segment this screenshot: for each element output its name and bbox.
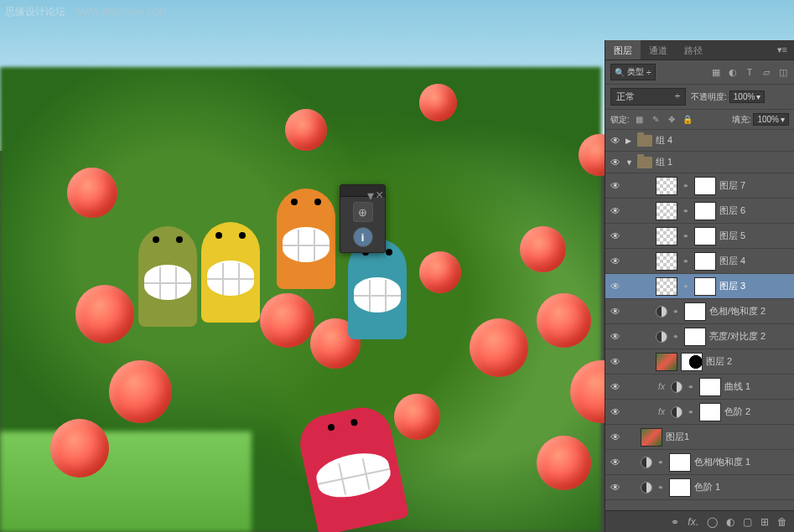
visibility-eye-icon[interactable]: 👁 [609, 406, 622, 418]
visibility-eye-icon[interactable]: 👁 [609, 180, 622, 192]
twisty-icon[interactable]: ▶ [625, 137, 634, 145]
layer-name-label[interactable]: 色相/饱和度 1 [694, 456, 791, 468]
link-icon[interactable]: ⚭ [671, 307, 681, 316]
layer-mask-thumb[interactable] [684, 328, 706, 346]
layer-name-label[interactable]: 色阶 1 [694, 481, 791, 493]
clone-source-panel[interactable]: ▾ × ⊕ i [340, 184, 386, 253]
layer-thumb[interactable] [656, 227, 677, 245]
link-icon[interactable]: ⚭ [686, 383, 696, 391]
visibility-eye-icon[interactable]: 👁 [609, 457, 622, 468]
visibility-eye-icon[interactable]: 👁 [609, 256, 622, 267]
visibility-eye-icon[interactable]: 👁 [609, 230, 622, 242]
layer-mask-thumb[interactable] [669, 453, 691, 472]
layer-row[interactable]: 👁fx⚭曲线 1 [605, 374, 794, 400]
layer-mask-thumb[interactable] [669, 478, 691, 497]
close-icon[interactable]: × [376, 188, 382, 194]
layer-group-row[interactable]: 👁▼组 1 [605, 152, 794, 173]
layer-mask-thumb[interactable] [681, 353, 703, 371]
tab-channels[interactable]: 通道 [641, 40, 676, 59]
layer-row[interactable]: 👁⚭图层 7 [605, 173, 794, 199]
layer-name-label[interactable]: 图层1 [666, 431, 791, 443]
layer-mask-thumb[interactable] [694, 177, 716, 195]
layer-row[interactable]: 👁图层 2 [605, 349, 794, 374]
link-icon[interactable]: ⚭ [681, 257, 691, 266]
visibility-eye-icon[interactable]: 👁 [609, 431, 622, 443]
visibility-eye-icon[interactable]: 👁 [609, 331, 622, 343]
layer-mask-thumb[interactable] [699, 403, 721, 421]
layer-thumb[interactable] [656, 252, 677, 271]
layer-mask-thumb[interactable] [699, 378, 721, 396]
layer-name-label[interactable]: 图层 3 [719, 280, 791, 292]
visibility-eye-icon[interactable]: 👁 [609, 281, 622, 292]
twisty-icon[interactable]: ▼ [625, 158, 634, 167]
tab-paths[interactable]: 路径 [676, 40, 711, 59]
layer-mask-thumb[interactable] [694, 227, 716, 245]
layer-row[interactable]: 👁⚭图层 4 [605, 249, 794, 274]
filter-type-select[interactable]: 🔍 类型 ÷ [610, 64, 656, 80]
layer-mask-thumb[interactable] [694, 202, 716, 220]
clone-panel-header[interactable]: ▾ × [340, 185, 385, 197]
minimize-icon[interactable]: ▾ [367, 188, 374, 194]
layer-fx-icon[interactable]: fx. [688, 516, 698, 528]
filter-adjust-icon[interactable]: ◐ [727, 66, 739, 78]
layer-name-label[interactable]: 图层 7 [719, 179, 791, 192]
link-icon[interactable]: ⚭ [681, 282, 691, 291]
opacity-input[interactable]: 100% ▾ [729, 90, 765, 103]
layer-row[interactable]: 👁⚭色相/饱和度 1 [605, 450, 794, 475]
new-group-icon[interactable]: ▢ [743, 516, 752, 528]
layer-row[interactable]: 👁图层1 [605, 425, 794, 450]
link-icon[interactable]: ⚭ [686, 408, 696, 416]
lock-position-icon[interactable]: ✥ [666, 115, 677, 124]
layer-row[interactable]: 👁⚭图层 5 [605, 224, 794, 249]
layer-name-label[interactable]: 图层 5 [719, 230, 791, 242]
layer-thumb[interactable] [656, 202, 677, 220]
layer-thumb[interactable] [656, 177, 677, 195]
layer-name-label[interactable]: 色相/饱和度 2 [709, 305, 791, 318]
layer-name-label[interactable]: 曲线 1 [724, 380, 791, 393]
layer-name-label[interactable]: 图层 2 [706, 355, 791, 368]
visibility-eye-icon[interactable]: 👁 [609, 482, 622, 493]
new-adjust-icon[interactable]: ◐ [726, 516, 734, 528]
visibility-eye-icon[interactable]: 👁 [609, 356, 622, 368]
layer-group-row[interactable]: 👁▶组 4 [605, 130, 794, 152]
link-icon[interactable]: ⚭ [656, 483, 666, 492]
lock-pixels-icon[interactable]: ✎ [650, 115, 662, 124]
layer-name-label[interactable]: 图层 4 [719, 255, 791, 267]
filter-pixel-icon[interactable]: ▦ [710, 66, 722, 78]
layer-mask-thumb[interactable] [684, 302, 706, 321]
link-icon[interactable]: ⚭ [656, 458, 666, 467]
lock-transparent-icon[interactable]: ▦ [634, 115, 646, 124]
layer-name-label[interactable]: 组 4 [656, 134, 791, 147]
blend-mode-select[interactable]: 正常 ÷ [610, 88, 686, 106]
layer-mask-icon[interactable]: ◯ [707, 516, 718, 528]
delete-layer-icon[interactable]: 🗑 [777, 516, 787, 528]
layer-row[interactable]: 👁fx⚭色阶 2 [605, 400, 794, 425]
layer-mask-thumb[interactable] [694, 252, 716, 271]
layer-row[interactable]: 👁⚭图层 6 [605, 199, 794, 224]
filter-type-icon[interactable]: T [744, 66, 755, 78]
layer-name-label[interactable]: 图层 6 [719, 204, 791, 217]
visibility-eye-icon[interactable]: 👁 [609, 306, 622, 318]
layer-row[interactable]: 👁⚭色阶 1 [605, 475, 794, 500]
info-icon[interactable]: i [353, 227, 373, 247]
layer-thumb[interactable] [656, 277, 677, 296]
visibility-eye-icon[interactable]: 👁 [609, 205, 622, 217]
fill-input[interactable]: 100% ▾ [753, 113, 789, 126]
layer-name-label[interactable]: 色阶 2 [724, 405, 791, 418]
visibility-eye-icon[interactable]: 👁 [609, 381, 622, 393]
clone-stamp-icon[interactable]: ⊕ [353, 202, 373, 222]
panel-menu-icon[interactable]: ▾≡ [771, 40, 794, 59]
layer-mask-thumb[interactable] [694, 277, 716, 296]
layer-row[interactable]: 👁⚭亮度/对比度 2 [605, 324, 794, 349]
lock-all-icon[interactable]: 🔒 [682, 115, 693, 124]
layer-thumb[interactable] [656, 353, 677, 371]
link-icon[interactable]: ⚭ [671, 333, 681, 341]
visibility-eye-icon[interactable]: 👁 [609, 157, 622, 168]
layer-row[interactable]: 👁⚭色相/饱和度 2 [605, 299, 794, 324]
link-icon[interactable]: ⚭ [681, 232, 691, 240]
link-icon[interactable]: ⚭ [681, 207, 691, 215]
link-layers-icon[interactable]: ⚭ [671, 516, 679, 528]
layer-thumb[interactable] [641, 428, 662, 447]
link-icon[interactable]: ⚭ [681, 182, 691, 190]
visibility-eye-icon[interactable]: 👁 [609, 135, 622, 147]
